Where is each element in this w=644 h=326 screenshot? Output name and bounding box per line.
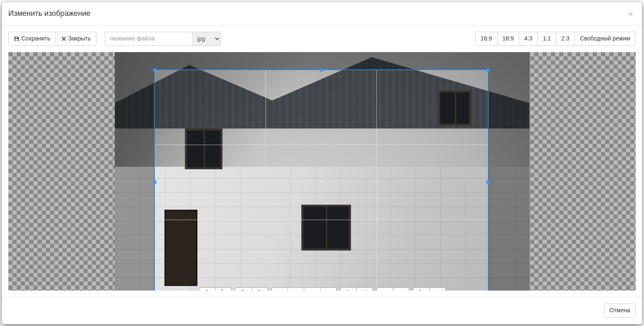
save-label: Сохранить	[21, 35, 51, 43]
flip-vertical-icon	[398, 290, 404, 291]
crop-handle-tr[interactable]	[486, 68, 490, 72]
image-canvas[interactable]: +	[8, 52, 636, 291]
clear-button[interactable]	[429, 287, 446, 291]
extension-select[interactable]: jpg png webp	[192, 32, 221, 46]
save-close-group: Сохранить Закрыть	[8, 32, 96, 46]
rotate-ccw-icon	[345, 290, 352, 291]
filename-group: jpg png webp	[105, 32, 221, 46]
aspect-18-9[interactable]: 18:9	[497, 32, 519, 46]
edit-image-modal: Изменить изображение × Сохранить	[2, 2, 642, 324]
aspect-4-3[interactable]: 4:3	[519, 32, 538, 46]
zoom-in-button[interactable]	[235, 287, 252, 291]
aspect-1-1[interactable]: 1:1	[537, 32, 556, 46]
close-label: Закрыть	[68, 35, 91, 43]
zoom-out-button[interactable]	[251, 287, 268, 291]
crop-handle-t[interactable]	[320, 68, 323, 72]
crop-box[interactable]: +	[154, 70, 488, 291]
cancel-button[interactable]: Отмена	[604, 303, 636, 318]
flip-horizontal-icon	[381, 290, 388, 291]
image-stage[interactable]: +	[115, 52, 530, 291]
crop-handle-l[interactable]	[153, 181, 157, 184]
crop-handle-r[interactable]	[486, 181, 490, 184]
modal-body: Сохранить Закрыть jpg png webp	[2, 25, 642, 297]
arrow-left-icon	[276, 290, 283, 291]
clear-icon	[434, 290, 441, 291]
aspect-ratio-group: 16:9 18:9 4:3 1:1 2:3 Свободный режим	[475, 32, 636, 46]
save-button[interactable]: Сохранить	[8, 32, 56, 46]
arrow-down-icon	[325, 290, 332, 291]
toolbar: Сохранить Закрыть jpg png webp	[8, 32, 636, 46]
toolbar-left: Сохранить Закрыть jpg png webp	[8, 32, 221, 46]
canvas-tool-dock	[199, 287, 446, 291]
modal-footer: Отмена	[2, 297, 642, 324]
move-button[interactable]	[199, 287, 215, 291]
aspect-free[interactable]: Свободный режим	[574, 32, 636, 46]
crop-apply-icon	[418, 290, 424, 291]
pan-left-button[interactable]	[271, 287, 288, 291]
aspect-16-9[interactable]: 16:9	[475, 32, 498, 46]
zoom-out-icon	[256, 290, 263, 291]
toolbar-right: 16:9 18:9 4:3 1:1 2:3 Свободный режим	[475, 32, 636, 46]
x-icon	[61, 36, 67, 42]
modal-title: Изменить изображение	[8, 8, 91, 19]
pan-up-button[interactable]	[304, 287, 321, 291]
close-button[interactable]: Закрыть	[56, 32, 96, 46]
arrow-right-icon	[293, 290, 299, 291]
crop-icon	[220, 290, 227, 291]
crop-center-icon: +	[319, 180, 323, 184]
modal-header: Изменить изображение ×	[2, 2, 642, 25]
rotate-cw-button[interactable]	[356, 287, 373, 291]
crop-button[interactable]	[215, 287, 232, 291]
aspect-2-3[interactable]: 2:3	[556, 32, 575, 46]
flip-vertical-button[interactable]	[393, 287, 409, 291]
save-icon	[14, 36, 20, 42]
flip-horizontal-button[interactable]	[376, 287, 393, 291]
close-icon[interactable]: ×	[626, 9, 636, 18]
crop-handle-tl[interactable]	[153, 68, 157, 72]
apply-crop-button[interactable]	[413, 287, 429, 291]
rotate-ccw-button[interactable]	[340, 287, 357, 291]
pan-right-button[interactable]	[288, 287, 304, 291]
zoom-in-icon	[240, 290, 247, 291]
pan-down-button[interactable]	[320, 287, 337, 291]
arrow-up-icon	[309, 290, 316, 291]
rotate-cw-icon	[361, 290, 368, 291]
move-icon	[204, 290, 210, 291]
filename-input[interactable]	[105, 32, 192, 46]
